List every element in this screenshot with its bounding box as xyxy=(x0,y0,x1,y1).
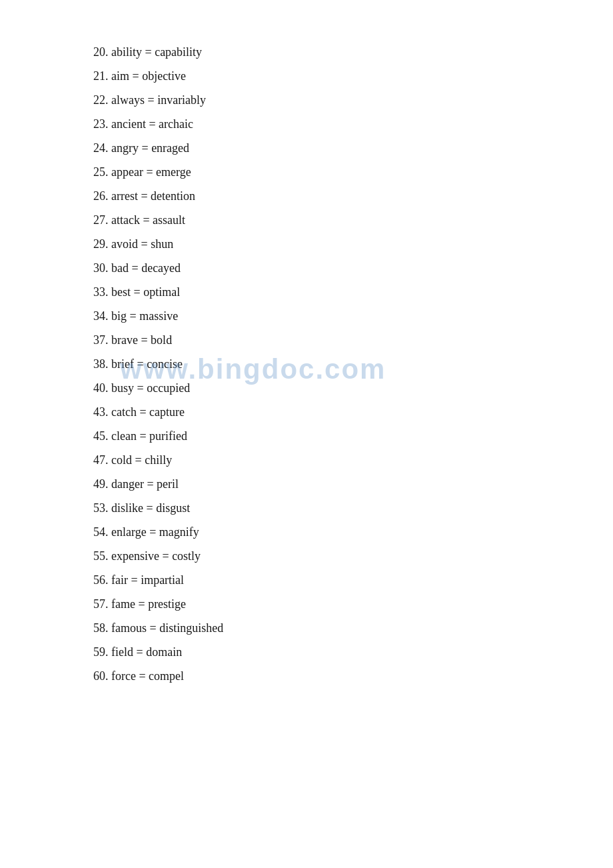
list-item: 33. best = optimal xyxy=(93,280,560,304)
list-item: 56. fair = impartial xyxy=(93,568,560,592)
list-item: 34. big = massive xyxy=(93,304,560,328)
list-item: 58. famous = distinguished xyxy=(93,616,560,640)
list-item: 59. field = domain xyxy=(93,640,560,664)
list-item: 27. attack = assault xyxy=(93,208,560,232)
list-item: 22. always = invariably xyxy=(93,88,560,112)
list-item: 26. arrest = detention xyxy=(93,184,560,208)
list-item: 20. ability = capability xyxy=(93,40,560,64)
list-item: 45. clean = purified xyxy=(93,424,560,448)
list-item: 49. danger = peril xyxy=(93,472,560,496)
list-item: 47. cold = chilly xyxy=(93,448,560,472)
list-item: 23. ancient = archaic xyxy=(93,112,560,136)
list-item: 38. brief = concise xyxy=(93,352,560,376)
list-item: 25. appear = emerge xyxy=(93,160,560,184)
list-item: 29. avoid = shun xyxy=(93,232,560,256)
page-container: www.bingdoc.com 20. ability = capability… xyxy=(0,0,613,728)
list-item: 37. brave = bold xyxy=(93,328,560,352)
list-item: 24. angry = enraged xyxy=(93,136,560,160)
list-item: 21. aim = objective xyxy=(93,64,560,88)
list-item: 53. dislike = disgust xyxy=(93,496,560,520)
list-item: 30. bad = decayed xyxy=(93,256,560,280)
list-item: 55. expensive = costly xyxy=(93,544,560,568)
list-item: 57. fame = prestige xyxy=(93,592,560,616)
list-item: 40. busy = occupied xyxy=(93,376,560,400)
list-item: 54. enlarge = magnify xyxy=(93,520,560,544)
list-item: 43. catch = capture xyxy=(93,400,560,424)
list-item: 60. force = compel xyxy=(93,664,560,688)
word-list: 20. ability = capability21. aim = object… xyxy=(93,40,560,688)
